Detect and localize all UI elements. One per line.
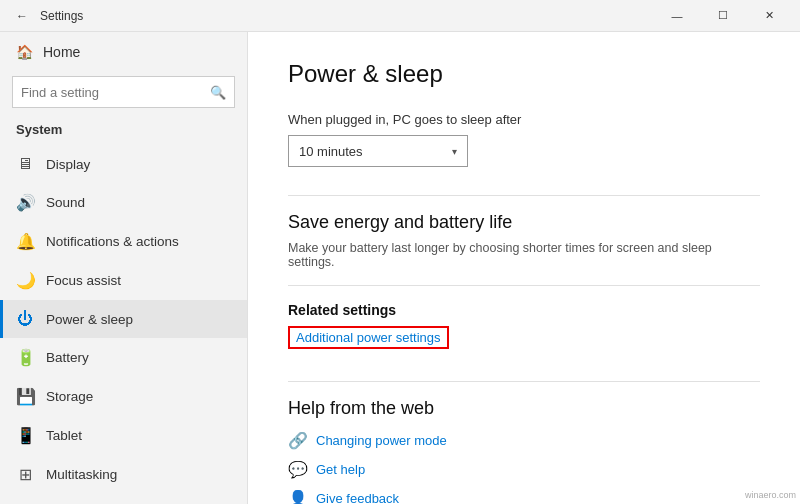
sidebar-item-battery[interactable]: 🔋 Battery [0,338,247,377]
feedback-icon: 👤 [288,489,308,504]
sleep-value: 10 minutes [299,144,363,159]
power-icon: ⏻ [16,310,34,328]
app-body: 🏠 Home 🔍 System 🖥 Display 🔊 Sound 🔔 Noti… [0,32,800,504]
maximize-button[interactable]: ☐ [700,0,746,32]
changing-power-mode-link[interactable]: 🔗 Changing power mode [288,431,760,450]
back-button[interactable]: ← [8,2,36,30]
sidebar-item-tablet[interactable]: 📱 Tablet [0,416,247,455]
get-help-link[interactable]: 💬 Get help [288,460,760,479]
sidebar-item-storage[interactable]: 💾 Storage [0,377,247,416]
display-icon: 🖥 [16,155,34,173]
sidebar-home-label: Home [43,44,80,60]
sleep-setting-row: When plugged in, PC goes to sleep after … [288,112,760,167]
sidebar-item-sound[interactable]: 🔊 Sound [0,183,247,222]
battery-icon: 🔋 [16,348,34,367]
sidebar-item-label: Notifications & actions [46,234,179,249]
minimize-button[interactable]: — [654,0,700,32]
help-link3-label: Give feedback [316,491,399,504]
multitasking-icon: ⊞ [16,465,34,484]
storage-icon: 💾 [16,387,34,406]
link-icon: 🔗 [288,431,308,450]
save-energy-heading: Save energy and battery life [288,212,760,233]
focus-icon: 🌙 [16,271,34,290]
help-link1-label: Changing power mode [316,433,447,448]
sidebar-item-label: Tablet [46,428,82,443]
give-feedback-link[interactable]: 👤 Give feedback [288,489,760,504]
search-icon: 🔍 [210,85,226,100]
help-icon: 💬 [288,460,308,479]
tablet-icon: 📱 [16,426,34,445]
related-settings-heading: Related settings [288,302,760,318]
sidebar-item-power[interactable]: ⏻ Power & sleep [0,300,247,338]
search-input[interactable] [21,85,204,100]
sidebar-item-label: Sound [46,195,85,210]
sidebar-item-notifications[interactable]: 🔔 Notifications & actions [0,222,247,261]
sidebar-item-home[interactable]: 🏠 Home [0,32,247,72]
sidebar-item-label: Display [46,157,90,172]
divider2 [288,285,760,286]
help-link2-label: Get help [316,462,365,477]
sound-icon: 🔊 [16,193,34,212]
chevron-down-icon: ▾ [452,146,457,157]
watermark: winaero.com [745,490,796,500]
home-icon: 🏠 [16,44,33,60]
sidebar-item-multitasking[interactable]: ⊞ Multitasking [0,455,247,494]
sleep-dropdown[interactable]: 10 minutes ▾ [288,135,468,167]
save-energy-desc: Make your battery last longer by choosin… [288,241,760,269]
sleep-label: When plugged in, PC goes to sleep after [288,112,760,127]
search-box[interactable]: 🔍 [12,76,235,108]
sidebar-item-label: Multitasking [46,467,117,482]
divider [288,195,760,196]
sidebar-item-label: Focus assist [46,273,121,288]
sidebar-item-label: Storage [46,389,93,404]
titlebar: ← Settings — ☐ ✕ [0,0,800,32]
close-button[interactable]: ✕ [746,0,792,32]
sidebar: 🏠 Home 🔍 System 🖥 Display 🔊 Sound 🔔 Noti… [0,32,248,504]
sidebar-item-focus[interactable]: 🌙 Focus assist [0,261,247,300]
additional-power-settings-link[interactable]: Additional power settings [288,326,449,349]
sidebar-item-label: Power & sleep [46,312,133,327]
divider3 [288,381,760,382]
main-content: Power & sleep When plugged in, PC goes t… [248,32,800,504]
titlebar-title: Settings [40,9,83,23]
page-title: Power & sleep [288,60,760,88]
sidebar-item-label: Battery [46,350,89,365]
sidebar-item-display[interactable]: 🖥 Display [0,145,247,183]
sidebar-section-title: System [0,118,247,145]
titlebar-controls: — ☐ ✕ [654,0,792,32]
notifications-icon: 🔔 [16,232,34,251]
help-heading: Help from the web [288,398,760,419]
